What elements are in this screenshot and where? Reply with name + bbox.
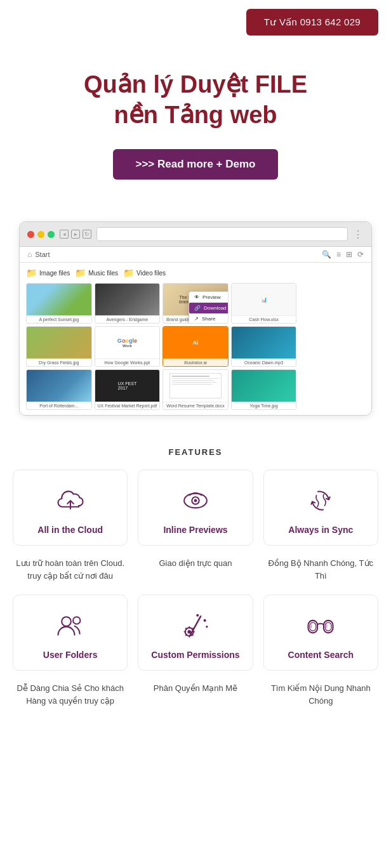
file-thumb-rotterdam[interactable]: Port of Rotterdam... bbox=[26, 369, 92, 410]
feature-card-always-sync: Always in Sync bbox=[263, 470, 378, 546]
file-label: Dry Grass Fields.jpg bbox=[27, 358, 91, 366]
list-icon[interactable]: ⊞ bbox=[346, 250, 352, 259]
search-icon[interactable]: 🔍 bbox=[322, 250, 331, 259]
ctx-preview[interactable]: 👁 Preview bbox=[189, 292, 229, 303]
file-thumb-ux[interactable]: UX FEST2017 UX Festival Market Report.pd… bbox=[95, 369, 161, 410]
file-manager-toolbar: ⌂ Start 🔍 ≡ ⊞ ⟳ bbox=[20, 247, 371, 263]
ctx-download-link[interactable]: 🔗 Download link bbox=[189, 303, 229, 313]
features-title: FEATURES bbox=[13, 447, 378, 457]
sync-icon bbox=[273, 484, 369, 517]
feature-card-user-folders: User Folders bbox=[13, 595, 128, 671]
svg-point-7 bbox=[196, 614, 199, 617]
feature-label-custom-permissions: Custom Permissions bbox=[147, 650, 243, 660]
file-thumb-resume[interactable]: Word Resume Template.docx bbox=[162, 369, 229, 410]
file-grid-row1: A perfect Sunset.jpg Avengers - Endgame … bbox=[26, 283, 365, 324]
folder-item-music[interactable]: 📁 Music files bbox=[75, 268, 118, 278]
feature-desc-custom-permissions: Phân Quyền Mạnh Mẽ bbox=[138, 682, 253, 707]
filter-icon[interactable]: ≡ bbox=[336, 250, 341, 259]
forward-arrow-icon[interactable]: ▸ bbox=[71, 230, 80, 239]
eye-feature-icon bbox=[147, 484, 243, 517]
feature-label-cloud: All in the Cloud bbox=[22, 525, 118, 535]
svg-point-3 bbox=[62, 617, 71, 626]
context-menu: 👁 Preview 🔗 Download link ↗ Share ⬇ bbox=[189, 291, 229, 324]
folder-item-images[interactable]: 📁 Image files bbox=[26, 268, 70, 278]
svg-point-6 bbox=[204, 619, 206, 622]
svg-line-5 bbox=[190, 616, 201, 635]
home-icon[interactable]: ⌂ bbox=[27, 250, 32, 259]
browser-mockup: ◂ ▸ ↻ ⋮ ⌂ Start 🔍 ≡ ⊞ ⟳ 📁 Image files 📁 bbox=[19, 221, 372, 416]
users-icon bbox=[22, 609, 118, 642]
file-grid-row3: Port of Rotterdam... UX FEST2017 UX Fest… bbox=[26, 369, 365, 410]
feature-desc-always-sync: Đồng Bộ Nhanh Chóng, Tức Thì bbox=[263, 557, 378, 582]
feature-desc-cloud: Lưu trữ hoàn toàn trên Cloud. truy cập b… bbox=[13, 557, 128, 582]
file-thumb-cashflow[interactable]: 📊 Cash Flow.xlsx bbox=[231, 283, 297, 324]
feature-label-user-folders: User Folders bbox=[22, 650, 118, 660]
hero-title: Quản lý Duyệt FILE nền Tảng web bbox=[13, 70, 378, 130]
file-thumb-yoga[interactable]: Yoga Time.jpg bbox=[231, 369, 297, 410]
header: Tư Vấn 0913 642 029 bbox=[0, 0, 391, 44]
file-thumb-pearson[interactable]: The Pearsonbrand guidelines 👁 Preview 🔗 … bbox=[162, 283, 229, 324]
file-label: Oceanic Dawn.mp3 bbox=[232, 358, 296, 366]
feature-label-content-search: Content Search bbox=[273, 650, 369, 660]
phone-button[interactable]: Tư Vấn 0913 642 029 bbox=[246, 9, 378, 36]
feature-cards-row2: User Folders bbox=[13, 595, 378, 671]
refresh-icon[interactable]: ↻ bbox=[83, 230, 91, 239]
feature-label-always-sync: Always in Sync bbox=[273, 525, 369, 535]
feature-desc-user-folders: Dễ Dàng Chia Sẻ Cho khách Hàng và quyền … bbox=[13, 682, 128, 707]
read-more-demo-button[interactable]: >>> Read more + Demo bbox=[113, 149, 279, 180]
file-label: Word Resume Template.docx bbox=[163, 402, 228, 409]
address-bar[interactable] bbox=[96, 227, 348, 241]
features-section: FEATURES All in the Cloud bbox=[0, 435, 391, 739]
minimize-dot bbox=[37, 231, 44, 238]
svg-rect-20 bbox=[310, 622, 316, 631]
folder-icon: 📁 bbox=[123, 268, 134, 278]
feature-card-content-search: Content Search bbox=[263, 595, 378, 671]
file-label: UX Festival Market Report.pdf bbox=[95, 402, 160, 409]
hero-section: Quản lý Duyệt FILE nền Tảng web >>> Read… bbox=[0, 44, 391, 215]
browser-menu-icon[interactable]: ⋮ bbox=[353, 228, 364, 240]
feature-card-custom-permissions: Custom Permissions bbox=[138, 595, 253, 671]
file-thumb-avengers[interactable]: Avengers - Endgame bbox=[95, 283, 161, 324]
cloud-icon bbox=[22, 484, 118, 517]
feature-card-inline-previews: Inline Previews bbox=[138, 470, 253, 546]
close-dot bbox=[27, 231, 34, 238]
file-label: Avengers - Endgame bbox=[95, 315, 160, 323]
folder-label: Image files bbox=[39, 270, 70, 277]
svg-point-10 bbox=[187, 630, 191, 634]
file-thumb-illustrator[interactable]: Ai Illustrator.ai bbox=[162, 326, 229, 367]
file-label: Yoga Time.jpg bbox=[232, 402, 296, 409]
browser-chrome: ◂ ▸ ↻ ⋮ bbox=[20, 222, 371, 247]
back-arrow-icon[interactable]: ◂ bbox=[60, 230, 69, 239]
feature-desc-inline-previews: Giao diện trực quan bbox=[138, 557, 253, 582]
feature-label-inline-previews: Inline Previews bbox=[147, 525, 243, 535]
feature-desc-row1: Lưu trữ hoàn toàn trên Cloud. truy cập b… bbox=[13, 556, 378, 582]
file-label: A perfect Sunset.jpg bbox=[27, 315, 91, 323]
browser-traffic-lights bbox=[27, 231, 55, 238]
maximize-dot bbox=[48, 231, 55, 238]
file-thumb-google[interactable]: Google Work How Google Works.ppt bbox=[95, 326, 161, 367]
svg-rect-22 bbox=[326, 622, 332, 631]
svg-point-2 bbox=[194, 499, 197, 503]
file-thumb-grass[interactable]: Dry Grass Fields.jpg bbox=[26, 326, 92, 367]
feature-card-cloud: All in the Cloud bbox=[13, 470, 128, 546]
file-thumb-ocean[interactable]: Oceanic Dawn.mp3 bbox=[231, 326, 297, 367]
file-label: How Google Works.ppt bbox=[95, 358, 160, 366]
file-thumb-sunset[interactable]: A perfect Sunset.jpg bbox=[26, 283, 92, 324]
feature-desc-row2: Dễ Dàng Chia Sẻ Cho khách Hàng và quyền … bbox=[13, 681, 378, 707]
folder-row: 📁 Image files 📁 Music files 📁 Video file… bbox=[26, 268, 365, 278]
file-label: Illustrator.ai bbox=[163, 358, 228, 366]
folder-icon: 📁 bbox=[26, 268, 37, 278]
folder-label: Music files bbox=[88, 270, 118, 277]
file-grid-row2: Dry Grass Fields.jpg Google Work How Goo… bbox=[26, 326, 365, 367]
permissions-icon bbox=[147, 609, 243, 642]
toolbar-left: ⌂ Start bbox=[27, 250, 50, 259]
eye-icon: 👁 bbox=[194, 294, 199, 300]
refresh-toolbar-icon[interactable]: ⟳ bbox=[357, 250, 364, 259]
file-label: Cash Flow.xlsx bbox=[232, 315, 296, 323]
link-icon: 🔗 bbox=[194, 305, 201, 311]
svg-point-4 bbox=[73, 617, 80, 624]
share-icon: ↗ bbox=[194, 316, 199, 322]
feature-desc-content-search: Tìm Kiếm Nội Dung Nhanh Chóng bbox=[263, 682, 378, 707]
ctx-share[interactable]: ↗ Share bbox=[189, 313, 229, 324]
folder-item-video[interactable]: 📁 Video files bbox=[123, 268, 166, 278]
